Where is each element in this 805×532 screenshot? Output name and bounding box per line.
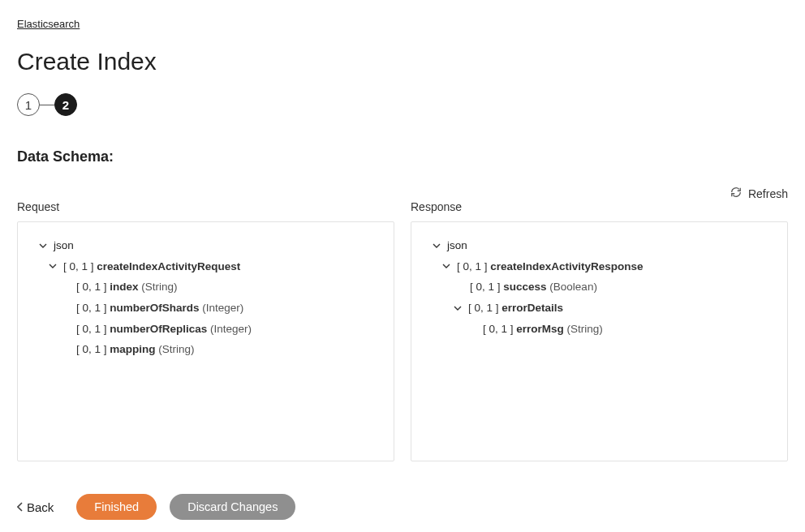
breadcrumb-link[interactable]: Elasticsearch xyxy=(17,18,80,30)
tree-node: [ 0, 1 ] numberOfShards (Integer) xyxy=(29,298,382,319)
refresh-icon xyxy=(730,187,742,200)
tree-node-label: [ 0, 1 ] createIndexActivityResponse xyxy=(457,256,644,277)
tree-node-label: [ 0, 1 ] success (Boolean) xyxy=(470,277,597,298)
tree-node: [ 0, 1 ] success (Boolean) xyxy=(423,277,776,298)
tree-node-label: [ 0, 1 ] errorMsg (String) xyxy=(483,319,603,340)
finished-button[interactable]: Finished xyxy=(76,494,157,520)
section-title: Data Schema: xyxy=(17,148,788,165)
stepper: 1 2 xyxy=(17,93,788,116)
tree-root[interactable]: json xyxy=(29,235,382,256)
refresh-label: Refresh xyxy=(748,187,788,200)
tree-node: [ 0, 1 ] mapping (String) xyxy=(29,339,382,360)
tree-node[interactable]: [ 0, 1 ] createIndexActivityRequest xyxy=(29,256,382,277)
tree-node[interactable]: [ 0, 1 ] createIndexActivityResponse xyxy=(423,256,776,277)
refresh-button[interactable]: Refresh xyxy=(730,187,788,200)
discard-button[interactable]: Discard Changes xyxy=(170,494,295,520)
back-button[interactable]: Back xyxy=(17,500,54,514)
tree-root-label: json xyxy=(54,235,74,256)
chevron-down-icon[interactable] xyxy=(431,240,442,251)
chevron-down-icon[interactable] xyxy=(47,260,58,272)
chevron-down-icon[interactable] xyxy=(452,302,463,314)
tree-node[interactable]: [ 0, 1 ] errorDetails xyxy=(423,298,776,319)
back-label: Back xyxy=(27,500,54,514)
tree-node: [ 0, 1 ] errorMsg (String) xyxy=(423,319,776,340)
tree-node-label: [ 0, 1 ] numberOfReplicas (Integer) xyxy=(76,319,252,340)
response-column: Response json[ 0, 1 ] createIndexActivit… xyxy=(411,200,788,461)
response-schema-panel: json[ 0, 1 ] createIndexActivityResponse… xyxy=(411,221,788,461)
tree-node-label: [ 0, 1 ] mapping (String) xyxy=(76,339,195,360)
tree-node-label: [ 0, 1 ] numberOfShards (Integer) xyxy=(76,298,243,319)
footer-buttons: Back Finished Discard Changes xyxy=(17,494,788,520)
tree-node-label: [ 0, 1 ] index (String) xyxy=(76,277,178,298)
tree-node-label: [ 0, 1 ] createIndexActivityRequest xyxy=(63,256,240,277)
tree-node-label: [ 0, 1 ] errorDetails xyxy=(468,298,563,319)
chevron-down-icon[interactable] xyxy=(37,240,49,251)
chevron-left-icon xyxy=(17,500,24,514)
request-schema-panel: json[ 0, 1 ] createIndexActivityRequest[… xyxy=(17,221,394,461)
page-title: Create Index xyxy=(17,48,788,75)
tree-root[interactable]: json xyxy=(423,235,776,256)
tree-root-label: json xyxy=(447,235,467,256)
step-2[interactable]: 2 xyxy=(54,93,77,116)
response-label: Response xyxy=(411,200,788,213)
request-label: Request xyxy=(17,200,394,213)
tree-node: [ 0, 1 ] numberOfReplicas (Integer) xyxy=(29,319,382,340)
step-connector xyxy=(40,105,54,105)
step-1[interactable]: 1 xyxy=(17,93,40,116)
tree-node: [ 0, 1 ] index (String) xyxy=(29,277,382,298)
request-column: Request json[ 0, 1 ] createIndexActivity… xyxy=(17,200,394,461)
chevron-down-icon[interactable] xyxy=(441,260,452,272)
